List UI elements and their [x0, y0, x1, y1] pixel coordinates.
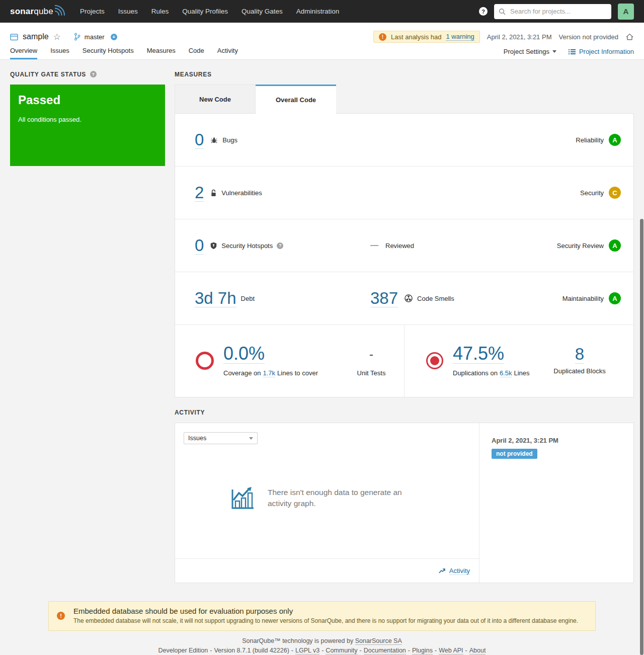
maintainability-row: 3d 7h Debt 387 Code Smells Maintainabili…	[175, 272, 633, 325]
bugs-label: Bugs	[222, 136, 237, 144]
analysis-warning-text: Last analysis had	[391, 33, 441, 41]
project-settings-label: Project Settings	[504, 48, 549, 55]
project-tabs-row: Overview Issues Security Hotspots Measur…	[10, 47, 634, 59]
user-avatar[interactable]: A	[618, 4, 634, 20]
lines-to-cover-link[interactable]: 1.7k	[263, 369, 275, 377]
nav-item-issues[interactable]: Issues	[118, 8, 138, 15]
coverage-duplications-row: 0.0% Coverage on1.7kLines to cover - Uni…	[175, 325, 633, 397]
logo-sonar: sonar	[10, 7, 34, 16]
duplicated-blocks-group: 8 Duplicated Blocks	[540, 325, 619, 375]
nav-links: Projects Issues Rules Quality Profiles Q…	[80, 8, 339, 15]
footer-separator: -	[465, 647, 467, 654]
search-input[interactable]	[509, 7, 607, 16]
project-actions: Project Settings Project Information	[504, 48, 634, 59]
project-information-label: Project Information	[579, 48, 634, 55]
duplicated-blocks-link[interactable]: 8	[575, 345, 584, 364]
vulnerabilities-row: 2 Vulnerabilities Security C	[175, 167, 633, 219]
help-icon[interactable]: ?	[479, 7, 488, 16]
project-information-button[interactable]: Project Information	[569, 48, 634, 55]
footer-link-lgpl[interactable]: LGPL v3	[295, 647, 319, 654]
security-rating-badge[interactable]: C	[609, 187, 621, 199]
version-label: Version not provided	[558, 33, 618, 41]
nav-item-administration[interactable]: Administration	[296, 8, 340, 15]
help-icon[interactable]: ?	[90, 71, 97, 77]
bugs-count-link[interactable]: 0	[195, 131, 204, 149]
footer-links-line: Developer Edition-Version 8.7.1 (build 4…	[0, 647, 644, 654]
security-label: Security	[580, 189, 604, 197]
activity-title-text: ACTIVITY	[175, 409, 205, 416]
coverage-ring-icon	[196, 352, 214, 370]
reliability-rating-badge[interactable]: A	[609, 134, 621, 146]
maintainability-rating-badge[interactable]: A	[609, 292, 621, 304]
footer-link-community[interactable]: Community	[326, 647, 357, 654]
tab-security-hotspots[interactable]: Security Hotspots	[83, 47, 134, 59]
maintainability-label: Maintainability	[562, 295, 604, 302]
top-navbar: sonarqube Projects Issues Rules Quality …	[0, 0, 644, 23]
activity-graph-area: Issues There isn't enough data to genera…	[175, 423, 479, 583]
embedded-db-warning-description: The embedded database will not scale, it…	[73, 617, 578, 624]
duplications-caption: Duplications on6.5kLines	[453, 369, 530, 377]
vertical-scrollbar[interactable]	[640, 219, 643, 655]
footer-separator: -	[291, 647, 293, 654]
tab-issues[interactable]: Issues	[50, 47, 69, 59]
security-rating: Security C	[580, 187, 621, 199]
coverage-value-link[interactable]: 0.0%	[223, 344, 265, 364]
activity-section-title: ACTIVITY	[175, 408, 634, 416]
reviewed-group: — Reviewed	[370, 241, 414, 250]
coverage-caption-suffix: Lines to cover	[277, 369, 318, 377]
project-settings-menu[interactable]: Project Settings	[504, 48, 556, 55]
code-smells-icon	[405, 294, 413, 302]
nav-item-projects[interactable]: Projects	[80, 8, 105, 15]
graph-metric-select[interactable]: Issues	[184, 432, 258, 444]
warning-count-link[interactable]: 1 warning	[446, 33, 474, 41]
tab-code[interactable]: Code	[189, 47, 204, 59]
logo-qube: qube	[34, 7, 53, 16]
tab-overview[interactable]: Overview	[10, 47, 37, 59]
coverage-caption-prefix: Coverage on	[223, 369, 261, 377]
footer-link-about[interactable]: About	[469, 647, 486, 654]
hotspots-count-link[interactable]: 0	[195, 236, 204, 255]
embedded-db-warning-text: Embedded database should be used for eva…	[73, 607, 578, 624]
measures-card: 0 Bugs Reliability A 2 Vulnerabilities	[175, 113, 634, 397]
plus-circle-icon[interactable]: +	[111, 34, 117, 40]
vulnerabilities-count-link[interactable]: 2	[195, 184, 204, 202]
project-search[interactable]	[494, 4, 611, 19]
code-smells-count-link[interactable]: 387	[370, 289, 398, 308]
activity-graph-icon	[229, 485, 256, 511]
duplicated-lines-link[interactable]: 6.5k	[500, 369, 512, 377]
quality-gate-status-box: Passed All conditions passed.	[10, 85, 165, 166]
footer-link-web-api[interactable]: Web API	[439, 647, 463, 654]
duplications-caption-suffix: Lines	[514, 369, 529, 377]
measures-title-text: MEASURES	[175, 71, 212, 78]
shield-icon	[210, 242, 217, 250]
help-icon[interactable]: ?	[277, 242, 283, 249]
tab-activity[interactable]: Activity	[217, 47, 238, 59]
sonarqube-logo[interactable]: sonarqube	[10, 6, 65, 17]
activity-link[interactable]: Activity	[449, 567, 470, 575]
footer-link-plugins[interactable]: Plugins	[412, 647, 433, 654]
footer-link-documentation[interactable]: Documentation	[364, 647, 406, 654]
tab-new-code[interactable]: New Code	[175, 85, 256, 113]
tab-measures[interactable]: Measures	[147, 47, 176, 59]
tab-overall-code[interactable]: Overall Code	[256, 85, 336, 114]
footer-link-sonarsource[interactable]: SonarSource SA	[355, 637, 402, 645]
version-badge: not provided	[492, 449, 537, 459]
footer-separator: -	[408, 647, 410, 654]
nav-item-quality-profiles[interactable]: Quality Profiles	[182, 8, 228, 15]
duplications-value-link[interactable]: 47.5%	[453, 344, 504, 364]
duplications-panel: 47.5% Duplications on6.5kLines 8 Duplica…	[405, 325, 633, 397]
favorite-star-icon[interactable]: ☆	[53, 33, 61, 41]
quality-gate-section-title: QUALITY GATE STATUS ?	[10, 70, 165, 78]
debt-value-link[interactable]: 3d 7h	[195, 289, 236, 308]
activity-event-date: April 2, 2021, 3:21 PM	[492, 437, 621, 444]
nav-item-rules[interactable]: Rules	[151, 8, 169, 15]
nav-item-quality-gates[interactable]: Quality Gates	[242, 8, 283, 15]
hotspots-label: Security Hotspots	[221, 242, 273, 250]
footer-version-text: Version 8.7.1 (build 42226)	[214, 647, 289, 654]
lock-icon	[210, 189, 217, 197]
graph-metric-value: Issues	[188, 435, 206, 442]
activity-card: Issues There isn't enough data to genera…	[175, 423, 634, 583]
footer-edition-text: Developer Edition	[158, 647, 208, 654]
security-review-rating-badge[interactable]: A	[609, 239, 621, 252]
footer-powered-line: SonarQube™ technology is powered by Sona…	[0, 637, 644, 644]
